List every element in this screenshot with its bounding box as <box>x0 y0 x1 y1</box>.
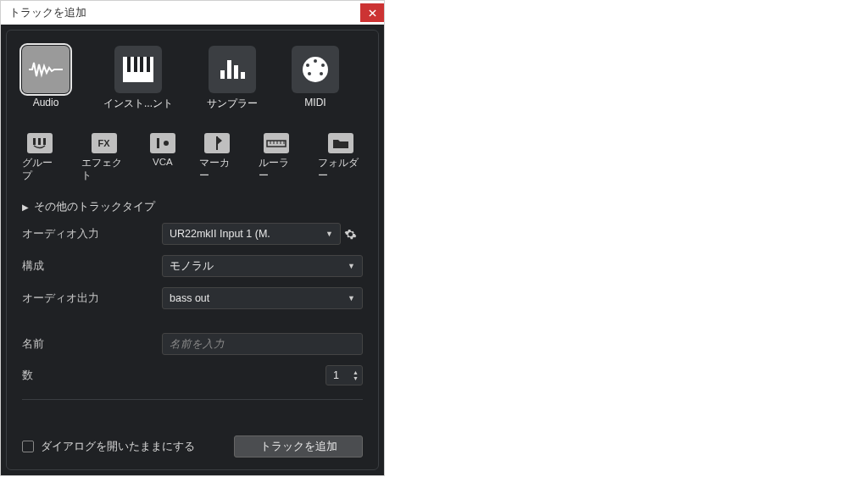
track-type-label: VCA <box>153 157 173 167</box>
config-select[interactable]: モノラル <box>162 255 363 277</box>
expander-label: その他のトラックタイプ <box>34 199 155 214</box>
count-stepper[interactable]: 1 ▲▼ <box>326 365 363 385</box>
svg-rect-1 <box>127 57 131 72</box>
group-icon <box>27 133 53 153</box>
midi-icon <box>292 46 339 93</box>
audio-input-label: オーディオ入力 <box>22 226 162 241</box>
name-count-section: 名前 数 1 ▲▼ <box>22 333 363 385</box>
track-type-instrument[interactable]: インスト...ント <box>103 46 173 111</box>
svg-rect-8 <box>241 72 245 79</box>
keep-open-label: ダイアログを開いたままにする <box>41 440 195 454</box>
sampler-icon <box>209 46 256 93</box>
svg-point-12 <box>321 64 325 67</box>
audio-output-label: オーディオ出力 <box>22 291 162 306</box>
track-type-audio[interactable]: Audio <box>22 46 70 111</box>
track-type-label: フォルダー <box>318 157 363 182</box>
audio-input-settings-button[interactable] <box>341 225 359 243</box>
svg-rect-18 <box>157 138 159 148</box>
svg-point-19 <box>164 141 169 146</box>
audio-input-select[interactable]: UR22mkII Input 1 (M. <box>162 223 341 245</box>
footer: ダイアログを開いたままにする トラックを追加 <box>22 435 363 458</box>
stepper-arrows[interactable]: ▲▼ <box>353 369 359 381</box>
add-track-button[interactable]: トラックを追加 <box>234 435 363 458</box>
audio-output-select[interactable]: bass out <box>162 287 363 309</box>
track-type-label: マーカー <box>199 157 235 182</box>
track-type-ruler[interactable]: ルーラー <box>259 133 294 182</box>
config-label: 構成 <box>22 258 162 274</box>
track-type-label: ルーラー <box>259 157 294 182</box>
add-track-dialog: トラックを追加 Audio インスト...ント <box>0 0 385 476</box>
svg-point-14 <box>320 72 323 75</box>
track-type-label: Audio <box>33 97 59 108</box>
name-input[interactable] <box>162 333 363 355</box>
vca-icon <box>150 133 175 153</box>
svg-rect-16 <box>38 138 41 145</box>
instrument-icon <box>114 46 162 93</box>
track-type-label: インスト...ント <box>103 97 173 111</box>
ruler-icon <box>264 133 289 153</box>
window-title: トラックを追加 <box>9 5 86 20</box>
svg-rect-15 <box>33 138 36 145</box>
track-type-sampler[interactable]: サンプラー <box>207 46 258 111</box>
svg-rect-7 <box>234 65 238 79</box>
divider <box>22 399 363 400</box>
audio-icon <box>22 46 70 93</box>
track-type-label: MIDI <box>304 97 326 108</box>
svg-point-13 <box>308 72 311 75</box>
marker-icon <box>204 133 230 153</box>
svg-rect-3 <box>140 57 143 72</box>
track-type-group[interactable]: グループ <box>22 133 58 182</box>
svg-rect-6 <box>227 60 231 79</box>
svg-point-11 <box>306 64 309 67</box>
secondary-track-types: グループ FX エフェクト VCA マーカー <box>22 133 363 182</box>
track-type-label: サンプラー <box>207 97 258 111</box>
svg-rect-2 <box>134 57 137 72</box>
svg-rect-5 <box>220 70 225 79</box>
fx-icon: FX <box>92 133 117 153</box>
keep-open-checkbox[interactable]: ダイアログを開いたままにする <box>22 440 195 454</box>
svg-rect-21 <box>267 141 286 147</box>
name-label: 名前 <box>22 336 162 352</box>
form-section: オーディオ入力 UR22mkII Input 1 (M. 構成 モノラル オーデ… <box>22 223 363 309</box>
gear-icon <box>344 228 357 241</box>
chevron-right-icon: ▶ <box>22 202 29 212</box>
svg-point-10 <box>314 59 317 63</box>
primary-track-types: Audio インスト...ント サンプラー <box>22 46 363 111</box>
close-button[interactable] <box>360 3 384 22</box>
track-type-vca[interactable]: VCA <box>150 133 175 182</box>
track-type-label: グループ <box>22 157 58 182</box>
track-type-marker[interactable]: マーカー <box>199 133 235 182</box>
track-type-folder[interactable]: フォルダー <box>318 133 363 182</box>
track-type-label: エフェクト <box>81 157 126 182</box>
checkbox-icon <box>22 441 34 452</box>
track-type-midi[interactable]: MIDI <box>292 46 339 111</box>
other-track-types-expander[interactable]: ▶ その他のトラックタイプ <box>22 199 363 214</box>
count-label: 数 <box>22 368 162 383</box>
folder-icon <box>328 133 353 153</box>
track-type-effect[interactable]: FX エフェクト <box>81 133 126 182</box>
svg-rect-17 <box>43 138 46 145</box>
count-value: 1 <box>333 369 339 381</box>
close-icon <box>369 9 376 17</box>
titlebar: トラックを追加 <box>1 1 384 25</box>
svg-rect-4 <box>147 57 150 72</box>
